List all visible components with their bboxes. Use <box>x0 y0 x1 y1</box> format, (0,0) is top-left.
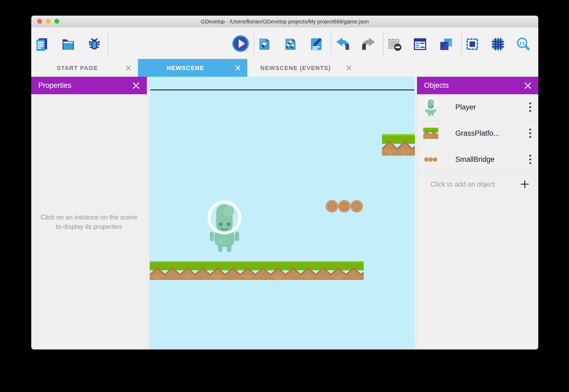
small-bridge-thumbnail-icon <box>422 157 439 162</box>
objects-panel: Objects Player <box>417 77 538 349</box>
kebab-menu-icon[interactable] <box>529 154 532 165</box>
add-object-icon[interactable] <box>257 37 272 51</box>
scene-properties-edit-icon[interactable] <box>309 37 324 51</box>
object-label: GrassPlatfo... <box>455 129 529 138</box>
properties-panel-header: Properties <box>31 77 147 94</box>
svg-text:1:1: 1:1 <box>519 41 525 45</box>
zoom-original-icon[interactable]: 1:1 <box>516 37 530 51</box>
project-manager-icon[interactable] <box>34 37 49 51</box>
tab-start-page[interactable]: START PAGE <box>31 59 138 77</box>
close-icon[interactable] <box>524 82 532 89</box>
plus-icon[interactable] <box>520 180 529 189</box>
grass-platform-thumbnail-icon <box>422 128 439 139</box>
toolbar-separator <box>254 32 254 55</box>
tab-label: START PAGE <box>57 65 98 72</box>
tab-close-icon[interactable] <box>126 65 131 71</box>
debugger-bug-icon[interactable] <box>87 37 102 51</box>
grass-platform-instance[interactable] <box>382 134 415 156</box>
kebab-menu-icon[interactable] <box>529 102 532 113</box>
scene-window-border <box>150 89 414 90</box>
main-content: Properties Click on an instance on the s… <box>31 77 538 349</box>
tab-newscene-events[interactable]: NEWSCENE (EVENTS) <box>247 59 358 77</box>
instances-list-icon[interactable] <box>413 37 427 51</box>
toolbar-separator <box>108 32 108 55</box>
player-instance[interactable] <box>207 201 242 253</box>
player-thumbnail-icon <box>422 98 439 117</box>
objects-panel-header: Objects <box>417 77 538 94</box>
kebab-menu-icon[interactable] <box>529 128 532 139</box>
grass-platform-instance[interactable] <box>150 261 364 280</box>
open-project-icon[interactable] <box>61 37 75 51</box>
object-label: Player <box>455 103 529 111</box>
small-bridge-instance[interactable] <box>326 200 363 213</box>
toolbar-separator <box>383 32 384 55</box>
tab-label: NEWSCENE (EVENTS) <box>260 65 331 72</box>
object-label: SmallBridge <box>455 155 529 164</box>
object-row-smallbridge[interactable]: SmallBridge <box>417 146 538 173</box>
properties-panel-title: Properties <box>38 81 71 90</box>
properties-panel: Properties Click on an instance on the s… <box>31 77 147 349</box>
undo-icon[interactable] <box>335 37 351 51</box>
close-icon[interactable] <box>132 82 140 89</box>
add-object-label: Click to add an object <box>431 180 520 188</box>
redo-icon[interactable] <box>360 37 376 51</box>
gdevelop-window: GDevelop - /Users/florian/GDevelop proje… <box>31 16 538 349</box>
objects-panel-title: Objects <box>424 81 449 90</box>
tab-label: NEWSCENE <box>166 65 204 72</box>
add-object-button[interactable]: Click to add an object <box>417 173 538 196</box>
toolbar: 1:1 <box>31 27 538 59</box>
properties-empty-text: Click on an instance on the scene to dis… <box>38 213 140 232</box>
window-title: GDevelop - /Users/florian/GDevelop proje… <box>31 16 538 27</box>
scene-canvas[interactable] <box>149 77 415 349</box>
toolbar-separator <box>461 32 462 55</box>
object-row-player[interactable]: Player <box>417 94 538 120</box>
delete-instances-icon[interactable] <box>387 37 402 51</box>
objects-groups-icon[interactable] <box>283 37 298 51</box>
layers-icon[interactable] <box>438 37 454 51</box>
title-bar[interactable]: GDevelop - /Users/florian/GDevelop proje… <box>31 16 538 27</box>
mask-icon[interactable] <box>465 37 480 51</box>
tab-newscene[interactable]: NEWSCENE <box>138 59 247 77</box>
play-icon[interactable] <box>232 35 249 52</box>
tab-close-icon[interactable] <box>235 65 241 71</box>
tab-bar: START PAGE NEWSCENE NEWSCENE (EVENTS) <box>31 59 538 77</box>
grid-icon[interactable] <box>491 37 505 51</box>
tab-close-icon[interactable] <box>346 65 352 71</box>
desktop-background: GDevelop - /Users/florian/GDevelop proje… <box>0 0 569 392</box>
toolbar-separator <box>331 32 331 55</box>
object-row-grassplatform[interactable]: GrassPlatfo... <box>417 120 538 146</box>
